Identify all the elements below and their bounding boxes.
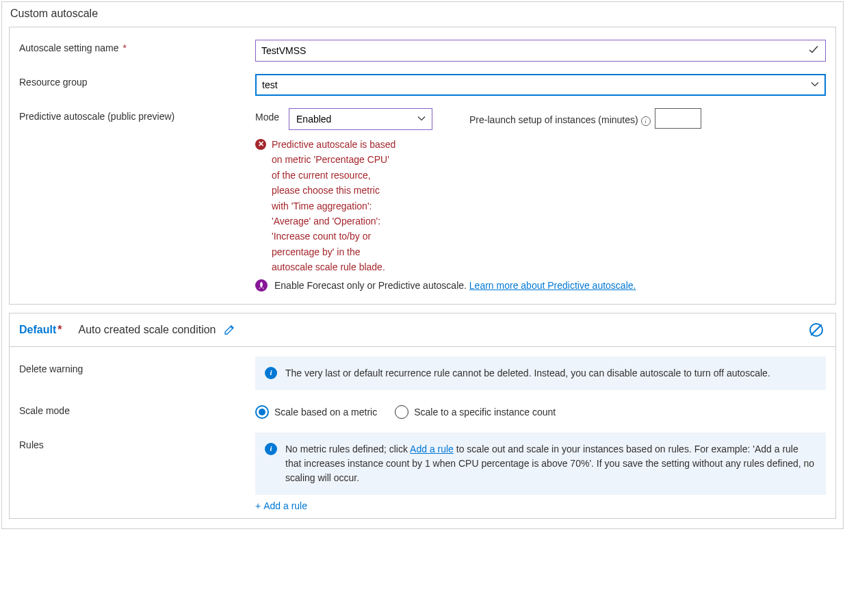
scale-mode-metric-radio[interactable]: Scale based on a metric bbox=[255, 405, 377, 419]
delete-warning-info: i The very last or default recurrence ru… bbox=[255, 357, 826, 390]
delete-icon[interactable] bbox=[809, 323, 823, 337]
scale-condition-panel: Default* Auto created scale condition De… bbox=[9, 313, 836, 519]
learn-more-link[interactable]: Learn more about Predictive autoscale. bbox=[469, 280, 636, 291]
autoscale-settings-panel: Autoscale setting name * Resource group bbox=[9, 27, 836, 305]
custom-autoscale-panel: Custom autoscale Autoscale setting name … bbox=[1, 1, 844, 529]
radio-selected-icon bbox=[255, 405, 269, 419]
plus-icon: + bbox=[255, 500, 261, 511]
rocket-icon bbox=[255, 279, 268, 292]
resource-group-label: Resource group bbox=[19, 74, 255, 88]
mode-select[interactable]: Enabled bbox=[289, 108, 432, 130]
prelaunch-input[interactable] bbox=[655, 108, 701, 129]
info-icon[interactable]: i bbox=[641, 116, 651, 126]
setting-name-row: Autoscale setting name * bbox=[19, 40, 826, 62]
condition-title: Default* bbox=[19, 324, 62, 336]
scale-mode-label: Scale mode bbox=[19, 404, 255, 416]
resource-group-row: Resource group bbox=[19, 74, 826, 96]
rules-row: Rules i No metric rules defined; click A… bbox=[19, 433, 826, 511]
prelaunch-label: Pre-launch setup of instances (minutes) … bbox=[469, 111, 651, 125]
predictive-label: Predictive autoscale (public preview) bbox=[19, 108, 255, 122]
rules-info: i No metric rules defined; click Add a r… bbox=[255, 433, 826, 495]
info-icon: i bbox=[265, 443, 277, 455]
scale-mode-radio-group: Scale based on a metric Scale to a speci… bbox=[255, 404, 556, 419]
prelaunch-group: Pre-launch setup of instances (minutes) … bbox=[469, 108, 701, 129]
predictive-autoscale-row: Predictive autoscale (public preview) Mo… bbox=[19, 108, 826, 292]
setting-name-label: Autoscale setting name * bbox=[19, 40, 255, 53]
condition-subtitle: Auto created scale condition bbox=[78, 324, 216, 336]
setting-name-input[interactable] bbox=[255, 40, 826, 62]
add-rule-inline-link[interactable]: Add a rule bbox=[410, 444, 454, 454]
mode-column: Mode Enabled ✕ bbox=[255, 108, 432, 275]
scale-mode-count-radio[interactable]: Scale to a specific instance count bbox=[395, 405, 556, 419]
scale-mode-row: Scale mode Scale based on a metric Scale… bbox=[19, 404, 826, 419]
rules-label: Rules bbox=[19, 433, 255, 450]
resource-group-select[interactable] bbox=[255, 74, 826, 96]
error-icon: ✕ bbox=[255, 139, 266, 150]
add-rule-button[interactable]: + Add a rule bbox=[255, 500, 826, 511]
condition-body: Delete warning i The very last or defaul… bbox=[10, 347, 835, 518]
condition-header: Default* Auto created scale condition bbox=[10, 313, 835, 347]
radio-unselected-icon bbox=[395, 405, 408, 419]
mode-error-message: ✕ Predictive autoscale is based on metri… bbox=[255, 137, 396, 275]
panel-title: Custom autoscale bbox=[10, 8, 836, 20]
delete-warning-label: Delete warning bbox=[19, 357, 255, 374]
resource-group-select-wrap bbox=[255, 74, 826, 96]
mode-label: Mode bbox=[255, 108, 279, 123]
edit-icon[interactable] bbox=[224, 324, 235, 335]
setting-name-input-wrap bbox=[255, 40, 826, 62]
required-indicator: * bbox=[120, 42, 127, 53]
info-icon: i bbox=[265, 367, 277, 379]
forecast-row: Enable Forecast only or Predictive autos… bbox=[255, 279, 826, 292]
delete-warning-row: Delete warning i The very last or defaul… bbox=[19, 357, 826, 390]
